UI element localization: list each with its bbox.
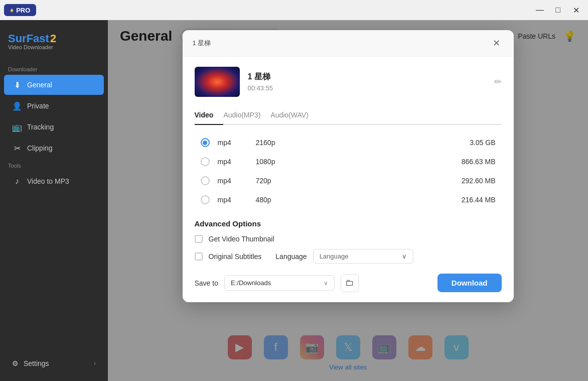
sidebar-item-general[interactable]: ⬇ General bbox=[4, 75, 104, 95]
sidebar-item-general-label: General bbox=[27, 81, 52, 89]
radio-2160p[interactable] bbox=[201, 138, 210, 147]
quality-size-480p: 216.44 MB bbox=[462, 196, 496, 204]
logo-number: 2 bbox=[50, 32, 56, 45]
subtitles-label: Original Subtitles bbox=[209, 252, 262, 261]
tab-video[interactable]: Video bbox=[195, 107, 224, 125]
pro-diamond-icon: ♦ bbox=[10, 6, 14, 14]
radio-480p[interactable] bbox=[201, 195, 210, 204]
tab-audio-wav[interactable]: Audio(WAV) bbox=[270, 107, 318, 125]
quality-format-1080p: mp4 bbox=[218, 158, 248, 166]
language-select[interactable]: Language ∨ bbox=[313, 249, 413, 264]
settings-chevron-icon: › bbox=[94, 360, 96, 367]
advanced-options-title: Advanced Options bbox=[195, 219, 502, 228]
subtitles-checkbox[interactable] bbox=[195, 252, 203, 261]
quality-row-1080p[interactable]: mp4 1080p 866.63 MB bbox=[195, 152, 502, 171]
content-area: General Downloading Finished ⊕ Paste URL… bbox=[108, 20, 588, 381]
titlebar: ♦ PRO — □ ✕ bbox=[0, 0, 588, 20]
video-thumbnail bbox=[195, 67, 240, 97]
video-info: 1 星梯 00:43:55 ✏ bbox=[195, 67, 502, 97]
sidebar-item-tracking-label: Tracking bbox=[27, 123, 54, 131]
edit-icon[interactable]: ✏ bbox=[494, 76, 502, 87]
downloader-section-label: Downloader bbox=[0, 62, 108, 74]
save-to-label: Save to bbox=[195, 279, 218, 287]
sidebar-item-private[interactable]: 👤 Private bbox=[4, 96, 104, 116]
quality-size-2160p: 3.05 GB bbox=[470, 139, 495, 147]
modal-overlay: 1 星梯 ✕ 1 星梯 00:43:55 ✏ bbox=[108, 20, 588, 381]
tools-section-label: Tools bbox=[0, 159, 108, 171]
logo: SurFast 2 bbox=[8, 32, 100, 45]
sidebar-item-clipping[interactable]: ✂ Clipping bbox=[4, 138, 104, 158]
settings-icon: ⚙ bbox=[12, 359, 19, 367]
music-icon: ♪ bbox=[12, 176, 22, 186]
minimize-button[interactable]: — bbox=[532, 3, 548, 17]
thumbnail-checkbox[interactable] bbox=[195, 235, 203, 243]
language-placeholder: Language bbox=[320, 252, 349, 260]
tab-audio-mp3[interactable]: Audio(MP3) bbox=[223, 107, 270, 125]
browse-folder-button[interactable]: 🗀 bbox=[341, 274, 359, 292]
radio-720p[interactable] bbox=[201, 176, 210, 185]
pro-badge: ♦ PRO bbox=[4, 4, 36, 16]
quality-format-2160p: mp4 bbox=[218, 139, 248, 147]
quality-size-1080p: 866.63 MB bbox=[462, 158, 496, 166]
quality-list: mp4 2160p 3.05 GB mp4 1080p 866.63 MB bbox=[195, 133, 502, 209]
path-chevron-icon: ∨ bbox=[324, 280, 328, 287]
download-button[interactable]: Download bbox=[437, 274, 502, 292]
sidebar-item-v2mp3-label: Video to MP3 bbox=[27, 177, 69, 185]
subtitles-option-row: Original Subtitles Language Language ∨ bbox=[195, 249, 502, 264]
save-download-row: Save to E:/Downloads ∨ 🗀 Download bbox=[195, 274, 502, 292]
settings-label: Settings bbox=[24, 359, 49, 367]
thumbnail-label: Get Video Thumbnail bbox=[209, 235, 274, 243]
sidebar: SurFast 2 Video Downloader Downloader ⬇ … bbox=[0, 20, 108, 381]
quality-size-720p: 292.60 MB bbox=[462, 177, 496, 185]
quality-format-720p: mp4 bbox=[218, 177, 248, 185]
thumbnail-option-row: Get Video Thumbnail bbox=[195, 235, 502, 243]
logo-surfast: SurFast bbox=[8, 32, 49, 45]
sidebar-item-private-label: Private bbox=[27, 102, 49, 110]
folder-icon: 🗀 bbox=[345, 278, 354, 288]
quality-resolution-2160p: 2160p bbox=[256, 139, 296, 147]
video-duration: 00:43:55 bbox=[248, 84, 486, 92]
language-chevron-icon: ∨ bbox=[402, 252, 407, 260]
quality-row-720p[interactable]: mp4 720p 292.60 MB bbox=[195, 171, 502, 190]
quality-row-480p[interactable]: mp4 480p 216.44 MB bbox=[195, 190, 502, 209]
quality-row-2160p[interactable]: mp4 2160p 3.05 GB bbox=[195, 133, 502, 152]
sidebar-item-video-to-mp3[interactable]: ♪ Video to MP3 bbox=[4, 171, 104, 191]
quality-resolution-720p: 720p bbox=[256, 177, 296, 185]
format-tabs: Video Audio(MP3) Audio(WAV) bbox=[195, 107, 502, 125]
clipping-icon: ✂ bbox=[12, 143, 22, 153]
settings-item[interactable]: ⚙ Settings › bbox=[4, 354, 104, 372]
modal: 1 星梯 ✕ 1 星梯 00:43:55 ✏ bbox=[183, 30, 514, 302]
close-button[interactable]: ✕ bbox=[568, 3, 584, 17]
save-path-select[interactable]: E:/Downloads ∨ bbox=[224, 275, 335, 291]
save-path-value: E:/Downloads bbox=[231, 279, 271, 287]
modal-body: 1 星梯 00:43:55 ✏ Video Audio(MP3) Audio(W… bbox=[183, 57, 514, 302]
quality-format-480p: mp4 bbox=[218, 196, 248, 204]
modal-close-button[interactable]: ✕ bbox=[490, 36, 504, 50]
modal-header: 1 星梯 ✕ bbox=[183, 30, 514, 57]
logo-area: SurFast 2 Video Downloader bbox=[0, 28, 108, 62]
video-title: 1 星梯 bbox=[248, 72, 486, 82]
radio-1080p[interactable] bbox=[201, 157, 210, 166]
private-icon: 👤 bbox=[12, 101, 22, 111]
sidebar-item-tracking[interactable]: 📺 Tracking bbox=[4, 117, 104, 137]
modal-header-title: 1 星梯 bbox=[193, 39, 490, 48]
video-details: 1 星梯 00:43:55 bbox=[248, 72, 486, 92]
download-icon: ⬇ bbox=[12, 80, 22, 90]
tracking-icon: 📺 bbox=[12, 122, 22, 132]
pro-label: PRO bbox=[16, 7, 30, 14]
quality-resolution-480p: 480p bbox=[256, 196, 296, 204]
language-label: Language bbox=[275, 252, 307, 261]
app-body: SurFast 2 Video Downloader Downloader ⬇ … bbox=[0, 20, 588, 381]
maximize-button[interactable]: □ bbox=[550, 3, 566, 17]
sidebar-item-clipping-label: Clipping bbox=[27, 144, 53, 152]
quality-resolution-1080p: 1080p bbox=[256, 158, 296, 166]
